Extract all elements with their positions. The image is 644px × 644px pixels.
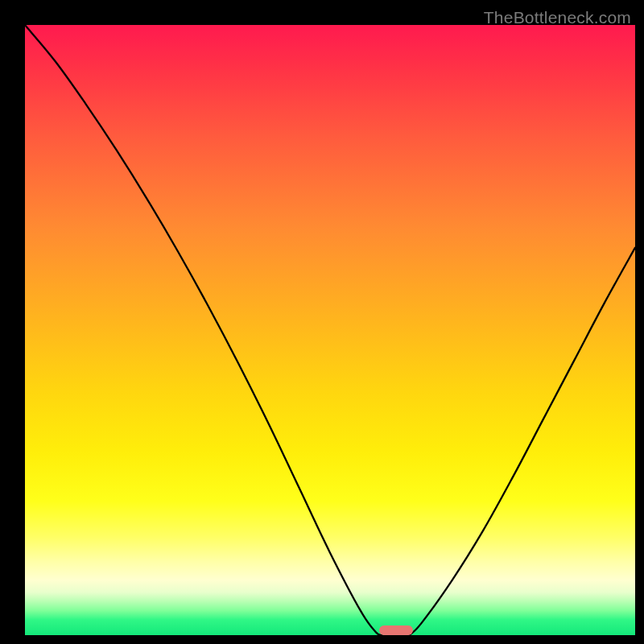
chart-frame: TheBottleneck.com xyxy=(8,8,636,636)
plot-area xyxy=(25,25,635,635)
bottleneck-marker xyxy=(379,625,413,635)
watermark-text: TheBottleneck.com xyxy=(484,8,631,27)
bottleneck-curve xyxy=(25,25,635,635)
